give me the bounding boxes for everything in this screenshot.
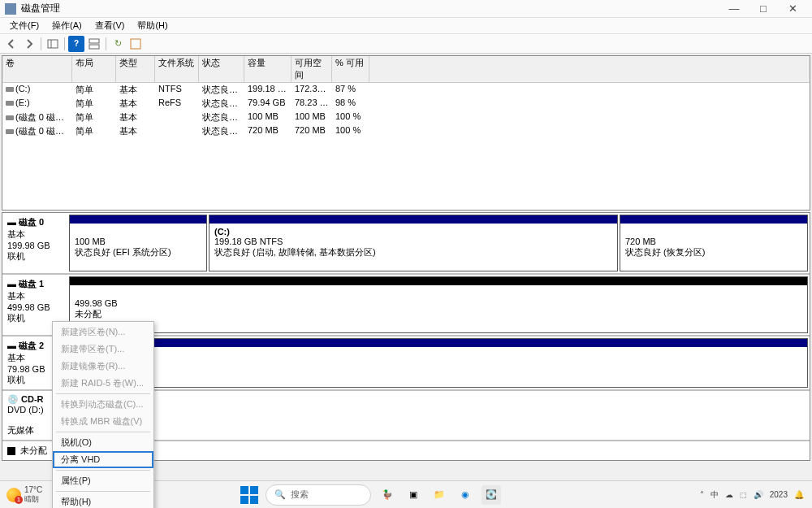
volume-row[interactable]: (磁盘 0 磁盘分区 1)简单基本状态良好 (...100 MB100 MB10… — [2, 111, 810, 124]
tray-notifications-icon[interactable]: 🔔 — [794, 490, 804, 499]
ctx-convert-dynamic: 转换到动态磁盘(C)... — [53, 396, 153, 413]
taskbar-app-edge[interactable]: ◉ — [456, 485, 475, 505]
disk0-part1[interactable]: 100 MB状态良好 (EFI 系统分区) — [69, 215, 207, 271]
volume-list: 卷 布局 类型 文件系统 状态 容量 可用空间 % 可用 (C:)简单基本NTF… — [2, 55, 810, 211]
legend-label-unalloc: 未分配 — [20, 445, 47, 457]
menu-view[interactable]: 查看(V) — [89, 18, 132, 33]
ctx-new-raid5: 新建 RAID-5 卷(W)... — [53, 375, 153, 392]
ctx-convert-mbr: 转换成 MBR 磁盘(V) — [53, 413, 153, 430]
volume-row[interactable]: (磁盘 0 磁盘分区 4)简单基本状态良好 (...720 MB720 MB10… — [2, 124, 810, 138]
svg-rect-0 — [48, 40, 58, 48]
layout-icon[interactable] — [86, 36, 102, 52]
volume-row[interactable]: (C:)简单基本NTFS状态良好 (...199.18 GB172.36 ...… — [2, 83, 810, 97]
list-icon[interactable] — [127, 36, 144, 52]
context-menu: 新建跨区卷(N)... 新建带区卷(T)... 新建镜像卷(R)... 新建 R… — [52, 321, 154, 508]
taskbar-app-explorer[interactable]: 📁 — [430, 485, 449, 505]
disk2-part1[interactable] — [69, 338, 808, 388]
volume-row[interactable]: (E:)简单基本ReFS状态良好 (...79.94 GB78.23 GB98 … — [2, 97, 810, 111]
maximize-button[interactable]: □ — [749, 0, 778, 18]
taskbar-search[interactable]: 🔍 搜索 — [266, 484, 371, 506]
taskbar-app-1[interactable]: 🦆 — [378, 485, 397, 505]
ctx-detach-vhd[interactable]: 分离 VHD — [53, 451, 153, 468]
minimize-button[interactable]: — — [719, 0, 749, 18]
taskbar-weather[interactable]: 1 17°C 晴朗 — [0, 485, 49, 505]
tray-network-icon[interactable]: ⬚ — [740, 491, 747, 499]
separator — [106, 37, 106, 50]
ctx-new-span: 新建跨区卷(N)... — [53, 323, 153, 341]
forward-icon[interactable] — [21, 36, 37, 52]
menu-action[interactable]: 操作(A) — [45, 18, 89, 33]
ctx-new-stripe: 新建带区卷(T)... — [53, 341, 153, 358]
close-button[interactable]: ✕ — [778, 0, 807, 18]
help-icon[interactable]: ? — [68, 36, 84, 52]
ctx-help[interactable]: 帮助(H) — [53, 493, 153, 508]
ctx-separator — [56, 470, 150, 471]
refresh-icon[interactable]: ↻ — [110, 36, 126, 52]
disk-row-0: ▬ 磁盘 0 基本 199.98 GB 联机 100 MB状态良好 (EFI 系… — [2, 213, 810, 275]
start-button[interactable] — [240, 485, 259, 505]
weather-icon: 1 — [6, 488, 21, 502]
col-fs[interactable]: 文件系统 — [155, 56, 199, 82]
panel-icon[interactable] — [45, 36, 61, 52]
separator — [64, 37, 65, 50]
col-percent[interactable]: % 可用 — [332, 56, 369, 82]
menu-help[interactable]: 帮助(H) — [131, 18, 174, 33]
ctx-offline[interactable]: 脱机(O) — [53, 434, 153, 451]
toolbar: ? ↻ — [0, 34, 812, 54]
svg-rect-3 — [89, 45, 99, 49]
taskbar-app-diskmgmt[interactable]: 💽 — [482, 485, 501, 505]
col-volume[interactable]: 卷 — [2, 56, 72, 82]
col-type[interactable]: 类型 — [116, 56, 155, 82]
tray-cloud-icon[interactable]: ☁ — [725, 490, 733, 499]
svg-rect-2 — [89, 39, 99, 43]
ctx-properties[interactable]: 属性(P) — [53, 472, 153, 489]
disk0-part3[interactable]: 720 MB状态良好 (恢复分区) — [620, 215, 808, 271]
tray-year[interactable]: 2023 — [770, 490, 788, 499]
col-layout[interactable]: 布局 — [72, 56, 116, 82]
disk1-part1[interactable]: 499.98 GB未分配 — [69, 276, 808, 333]
ctx-separator — [56, 393, 150, 394]
weather-temp: 17°C — [24, 485, 42, 494]
separator — [41, 37, 41, 50]
col-free[interactable]: 可用空间 — [292, 56, 332, 82]
ctx-separator — [56, 432, 150, 432]
tray-ime[interactable]: 中 — [710, 489, 719, 501]
ctx-new-mirror: 新建镜像卷(R)... — [53, 358, 153, 375]
taskbar-app-taskview[interactable]: ▣ — [404, 485, 423, 505]
ctx-separator — [56, 491, 150, 492]
weather-cond: 晴朗 — [24, 494, 42, 505]
app-icon — [5, 3, 16, 15]
back-icon[interactable] — [3, 36, 19, 52]
menu-bar: 文件(F) 操作(A) 查看(V) 帮助(H) — [0, 18, 812, 34]
legend-swatch-unalloc — [7, 447, 15, 455]
disk0-info[interactable]: ▬ 磁盘 0 基本 199.98 GB 联机 — [4, 215, 69, 271]
volume-rows: (C:)简单基本NTFS状态良好 (...199.18 GB172.36 ...… — [2, 83, 810, 210]
title-bar: 磁盘管理 — □ ✕ — [0, 0, 812, 18]
volume-header: 卷 布局 类型 文件系统 状态 容量 可用空间 % 可用 — [2, 56, 810, 83]
col-capacity[interactable]: 容量 — [244, 56, 292, 82]
window-title: 磁盘管理 — [21, 2, 719, 15]
tray-volume-icon[interactable]: 🔊 — [754, 490, 763, 499]
svg-rect-4 — [131, 39, 140, 49]
menu-file[interactable]: 文件(F) — [3, 18, 45, 33]
disk0-part2[interactable]: (C:)199.18 GB NTFS状态良好 (启动, 故障转储, 基本数据分区… — [209, 215, 618, 271]
col-status[interactable]: 状态 — [199, 56, 244, 82]
tray-chevron-icon[interactable]: ˄ — [700, 490, 704, 499]
